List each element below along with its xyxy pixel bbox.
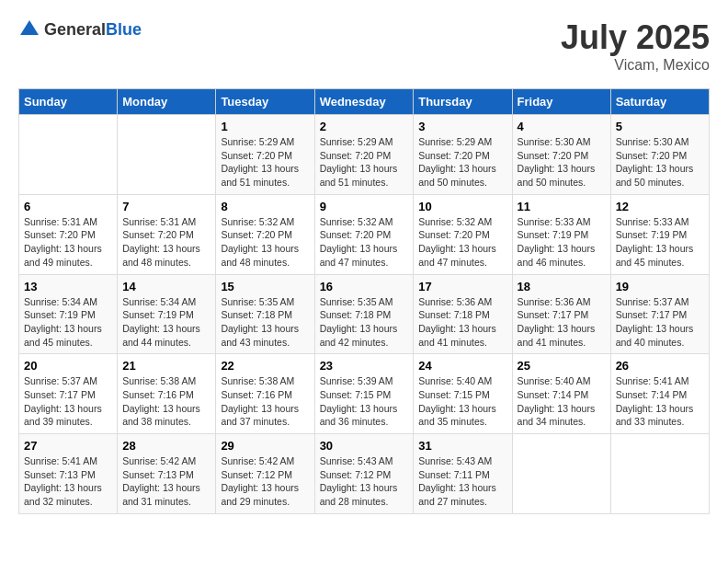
day-number: 24 [418, 359, 506, 373]
day-number: 12 [616, 200, 704, 213]
header-tuesday: Tuesday [216, 89, 314, 115]
day-detail: Sunrise: 5:40 AM Sunset: 7:14 PM Dayligh… [518, 374, 606, 429]
day-number: 31 [418, 439, 506, 453]
day-detail: Sunrise: 5:31 AM Sunset: 7:20 PM Dayligh… [24, 215, 112, 270]
day-number: 18 [518, 280, 606, 293]
day-number: 6 [24, 200, 112, 213]
calendar-cell: 25Sunrise: 5:40 AM Sunset: 7:14 PM Dayli… [512, 354, 610, 434]
page-header: GeneralBlue July 2025 Vicam, Mexico [18, 18, 710, 74]
day-detail: Sunrise: 5:41 AM Sunset: 7:14 PM Dayligh… [616, 374, 704, 429]
header-thursday: Thursday [414, 89, 512, 115]
calendar-cell: 10Sunrise: 5:32 AM Sunset: 7:20 PM Dayli… [414, 194, 512, 274]
week-row-5: 27Sunrise: 5:41 AM Sunset: 7:13 PM Dayli… [19, 434, 710, 514]
day-number: 11 [518, 200, 606, 213]
calendar-cell: 31Sunrise: 5:43 AM Sunset: 7:11 PM Dayli… [414, 434, 512, 514]
day-detail: Sunrise: 5:34 AM Sunset: 7:19 PM Dayligh… [24, 295, 112, 350]
day-detail: Sunrise: 5:32 AM Sunset: 7:20 PM Dayligh… [320, 215, 409, 270]
day-detail: Sunrise: 5:37 AM Sunset: 7:17 PM Dayligh… [616, 295, 704, 350]
header-wednesday: Wednesday [314, 89, 414, 115]
day-number: 23 [320, 359, 409, 373]
calendar-cell [512, 434, 610, 514]
day-number: 29 [221, 439, 309, 453]
svg-marker-0 [20, 20, 39, 35]
day-number: 16 [320, 280, 409, 293]
day-number: 21 [122, 359, 210, 373]
calendar-cell: 7Sunrise: 5:31 AM Sunset: 7:20 PM Daylig… [118, 194, 216, 274]
day-detail: Sunrise: 5:43 AM Sunset: 7:12 PM Dayligh… [320, 454, 409, 509]
calendar-cell: 20Sunrise: 5:37 AM Sunset: 7:17 PM Dayli… [19, 354, 118, 434]
day-detail: Sunrise: 5:31 AM Sunset: 7:20 PM Dayligh… [122, 215, 210, 270]
calendar-cell: 27Sunrise: 5:41 AM Sunset: 7:13 PM Dayli… [19, 434, 118, 514]
day-number: 25 [518, 359, 606, 373]
day-detail: Sunrise: 5:30 AM Sunset: 7:20 PM Dayligh… [616, 135, 704, 190]
header-monday: Monday [118, 89, 216, 115]
calendar-cell: 24Sunrise: 5:40 AM Sunset: 7:15 PM Dayli… [414, 354, 512, 434]
day-number: 13 [24, 280, 112, 293]
logo-text: GeneralBlue [44, 20, 142, 40]
calendar-cell: 2Sunrise: 5:29 AM Sunset: 7:20 PM Daylig… [314, 115, 414, 195]
calendar-cell: 19Sunrise: 5:37 AM Sunset: 7:17 PM Dayli… [610, 274, 709, 354]
day-number: 9 [320, 200, 409, 213]
calendar-cell: 1Sunrise: 5:29 AM Sunset: 7:20 PM Daylig… [216, 115, 314, 195]
day-number: 28 [122, 439, 210, 453]
day-detail: Sunrise: 5:35 AM Sunset: 7:18 PM Dayligh… [221, 295, 309, 350]
month-year-title: July 2025 [561, 18, 710, 57]
day-detail: Sunrise: 5:42 AM Sunset: 7:13 PM Dayligh… [122, 454, 210, 509]
day-number: 2 [320, 120, 409, 133]
day-number: 27 [24, 439, 112, 453]
logo: GeneralBlue [18, 18, 142, 40]
day-detail: Sunrise: 5:36 AM Sunset: 7:17 PM Dayligh… [518, 295, 606, 350]
calendar-cell: 21Sunrise: 5:38 AM Sunset: 7:16 PM Dayli… [118, 354, 216, 434]
week-row-4: 20Sunrise: 5:37 AM Sunset: 7:17 PM Dayli… [19, 354, 710, 434]
calendar-cell: 11Sunrise: 5:33 AM Sunset: 7:19 PM Dayli… [512, 194, 610, 274]
day-number: 10 [418, 200, 506, 213]
day-number: 15 [221, 280, 309, 293]
day-detail: Sunrise: 5:39 AM Sunset: 7:15 PM Dayligh… [320, 374, 409, 429]
day-detail: Sunrise: 5:38 AM Sunset: 7:16 PM Dayligh… [221, 374, 309, 429]
day-number: 3 [418, 120, 506, 133]
calendar-cell: 9Sunrise: 5:32 AM Sunset: 7:20 PM Daylig… [314, 194, 414, 274]
calendar-cell: 6Sunrise: 5:31 AM Sunset: 7:20 PM Daylig… [19, 194, 118, 274]
day-number: 4 [518, 120, 606, 133]
calendar-cell [118, 115, 216, 195]
day-detail: Sunrise: 5:38 AM Sunset: 7:16 PM Dayligh… [122, 374, 210, 429]
calendar-cell: 18Sunrise: 5:36 AM Sunset: 7:17 PM Dayli… [512, 274, 610, 354]
calendar-cell: 22Sunrise: 5:38 AM Sunset: 7:16 PM Dayli… [216, 354, 314, 434]
day-detail: Sunrise: 5:29 AM Sunset: 7:20 PM Dayligh… [418, 135, 506, 190]
day-detail: Sunrise: 5:34 AM Sunset: 7:19 PM Dayligh… [122, 295, 210, 350]
day-number: 20 [24, 359, 112, 373]
day-detail: Sunrise: 5:29 AM Sunset: 7:20 PM Dayligh… [320, 135, 409, 190]
day-detail: Sunrise: 5:43 AM Sunset: 7:11 PM Dayligh… [418, 454, 506, 509]
week-row-1: 1Sunrise: 5:29 AM Sunset: 7:20 PM Daylig… [19, 115, 710, 195]
day-detail: Sunrise: 5:32 AM Sunset: 7:20 PM Dayligh… [418, 215, 506, 270]
day-number: 26 [616, 359, 704, 373]
calendar-cell: 15Sunrise: 5:35 AM Sunset: 7:18 PM Dayli… [216, 274, 314, 354]
location-subtitle: Vicam, Mexico [561, 57, 710, 74]
calendar-cell [610, 434, 709, 514]
calendar-cell: 30Sunrise: 5:43 AM Sunset: 7:12 PM Dayli… [314, 434, 414, 514]
day-detail: Sunrise: 5:36 AM Sunset: 7:18 PM Dayligh… [418, 295, 506, 350]
calendar-cell [19, 115, 118, 195]
day-number: 17 [418, 280, 506, 293]
day-detail: Sunrise: 5:29 AM Sunset: 7:20 PM Dayligh… [221, 135, 309, 190]
calendar-cell: 26Sunrise: 5:41 AM Sunset: 7:14 PM Dayli… [610, 354, 709, 434]
day-number: 8 [221, 200, 309, 213]
calendar-cell: 23Sunrise: 5:39 AM Sunset: 7:15 PM Dayli… [314, 354, 414, 434]
logo-icon [18, 18, 40, 40]
calendar-cell: 17Sunrise: 5:36 AM Sunset: 7:18 PM Dayli… [414, 274, 512, 354]
day-number: 22 [221, 359, 309, 373]
day-detail: Sunrise: 5:30 AM Sunset: 7:20 PM Dayligh… [518, 135, 606, 190]
week-row-2: 6Sunrise: 5:31 AM Sunset: 7:20 PM Daylig… [19, 194, 710, 274]
day-detail: Sunrise: 5:42 AM Sunset: 7:12 PM Dayligh… [221, 454, 309, 509]
header-saturday: Saturday [610, 89, 709, 115]
calendar-cell: 3Sunrise: 5:29 AM Sunset: 7:20 PM Daylig… [414, 115, 512, 195]
day-number: 19 [616, 280, 704, 293]
calendar-cell: 5Sunrise: 5:30 AM Sunset: 7:20 PM Daylig… [610, 115, 709, 195]
day-number: 5 [616, 120, 704, 133]
day-number: 30 [320, 439, 409, 453]
calendar-header-row: SundayMondayTuesdayWednesdayThursdayFrid… [19, 89, 710, 115]
calendar-cell: 14Sunrise: 5:34 AM Sunset: 7:19 PM Dayli… [118, 274, 216, 354]
day-detail: Sunrise: 5:40 AM Sunset: 7:15 PM Dayligh… [418, 374, 506, 429]
day-number: 1 [221, 120, 309, 133]
calendar-cell: 16Sunrise: 5:35 AM Sunset: 7:18 PM Dayli… [314, 274, 414, 354]
